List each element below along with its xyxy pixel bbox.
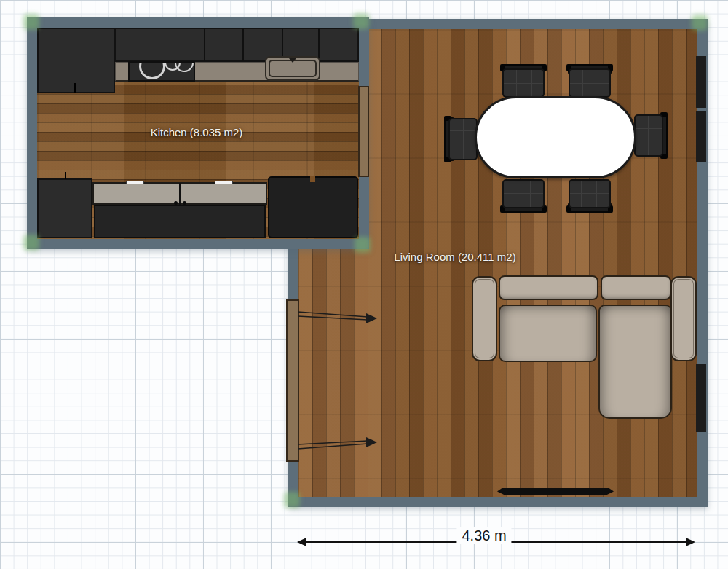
sectional-sofa[interactable] — [472, 275, 697, 419]
corner-marker-icon — [23, 235, 39, 251]
corner-marker-icon — [284, 492, 300, 508]
door-knob-icon — [174, 201, 178, 205]
door-knob-icon — [183, 201, 186, 205]
cabinet-handle — [65, 172, 66, 179]
wall-unit[interactable] — [696, 364, 706, 432]
wall-unit[interactable] — [696, 56, 706, 108]
tall-cabinet[interactable] — [37, 28, 115, 93]
tv[interactable] — [497, 488, 614, 495]
corner-marker-icon — [355, 237, 371, 253]
burner-icon — [175, 61, 194, 72]
drawer-handle — [126, 181, 144, 184]
door-swing-arrows — [296, 307, 380, 453]
corner-marker-icon — [23, 14, 39, 30]
sofa-back-cushion — [601, 275, 671, 300]
cooktop[interactable] — [128, 61, 195, 82]
upper-cabinets[interactable] — [115, 28, 359, 62]
kitchen-label: Kitchen (8.035 m2) — [131, 126, 262, 138]
living-room-label: Living Room (20.411 m2) — [392, 251, 518, 263]
dining-chair[interactable] — [501, 64, 546, 98]
dining-chair[interactable] — [444, 117, 478, 162]
drawer-handle — [215, 181, 233, 184]
sofa-armrest-right — [670, 276, 697, 361]
kitchen-sink[interactable] — [265, 56, 320, 81]
burner-icon — [139, 61, 165, 79]
fridge-handle-gap — [310, 176, 315, 182]
dimension-arrow-right-icon — [686, 538, 695, 546]
cabinet-divider — [242, 28, 244, 61]
sofa-armrest-left — [472, 276, 497, 361]
wall-unit[interactable] — [696, 111, 706, 162]
corner-marker-icon — [353, 13, 369, 29]
base-cabinet[interactable] — [37, 178, 92, 238]
cabinet-handle — [74, 83, 76, 93]
dimension-line[interactable]: 4.36 m — [297, 536, 695, 549]
dining-table[interactable] — [475, 96, 636, 178]
dimension-label: 4.36 m — [457, 527, 512, 544]
sofa-seat — [499, 305, 597, 362]
corner-marker-icon — [692, 15, 708, 31]
kitchen-door[interactable] — [358, 86, 369, 177]
floorplan-canvas: Kitchen (8.035 m2) Living Room (20.411 m… — [0, 0, 728, 569]
dining-chair[interactable] — [567, 179, 612, 213]
base-cabinet-doors[interactable] — [94, 205, 266, 238]
dining-chair[interactable] — [567, 64, 612, 98]
dining-chair[interactable] — [501, 179, 546, 213]
sofa-back-cushion — [499, 275, 598, 300]
dining-chair[interactable] — [634, 113, 668, 158]
refrigerator[interactable] — [268, 176, 358, 238]
cabinet-divider — [204, 28, 205, 61]
sofa-chaise — [598, 305, 672, 419]
cabinet-divider — [318, 28, 320, 61]
